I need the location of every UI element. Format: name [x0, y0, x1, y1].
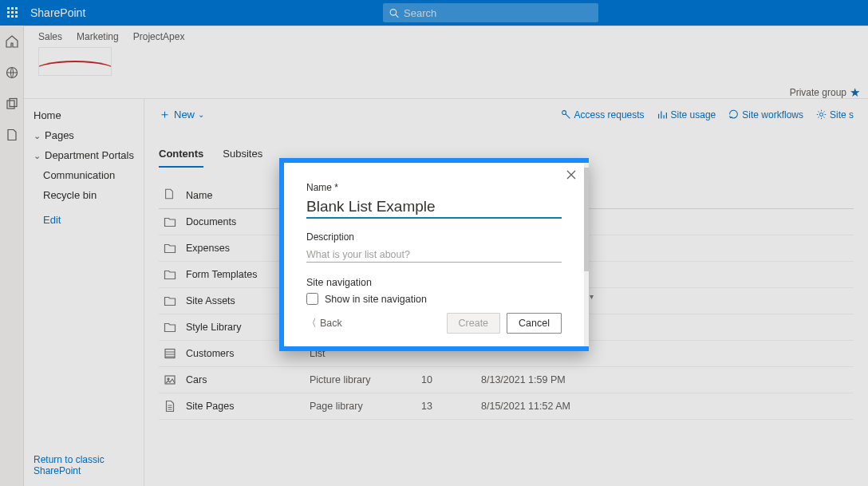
description-input[interactable]: [306, 246, 562, 263]
close-button[interactable]: [566, 169, 576, 182]
description-label: Description: [306, 231, 562, 243]
name-label: Name *: [306, 182, 562, 193]
chevron-left-icon: 〈: [306, 317, 317, 330]
scroll-down-icon[interactable]: ▾: [590, 292, 594, 301]
create-list-dialog: ▾ Name * Description Site navigation Sho…: [279, 158, 589, 351]
modal-overlay: ▾ Name * Description Site navigation Sho…: [0, 0, 868, 486]
close-icon: [566, 170, 576, 180]
show-in-nav-row[interactable]: Show in site navigation: [306, 293, 562, 305]
back-label: Back: [320, 318, 342, 329]
show-in-nav-checkbox[interactable]: [306, 293, 318, 305]
show-in-nav-label: Show in site navigation: [325, 294, 427, 305]
name-input[interactable]: [306, 195, 562, 219]
create-button[interactable]: Create: [447, 313, 501, 334]
cancel-button[interactable]: Cancel: [507, 313, 562, 334]
scrollbar-thumb[interactable]: [584, 168, 589, 271]
back-button[interactable]: 〈 Back: [306, 317, 342, 330]
sitenav-section-label: Site navigation: [306, 277, 562, 288]
